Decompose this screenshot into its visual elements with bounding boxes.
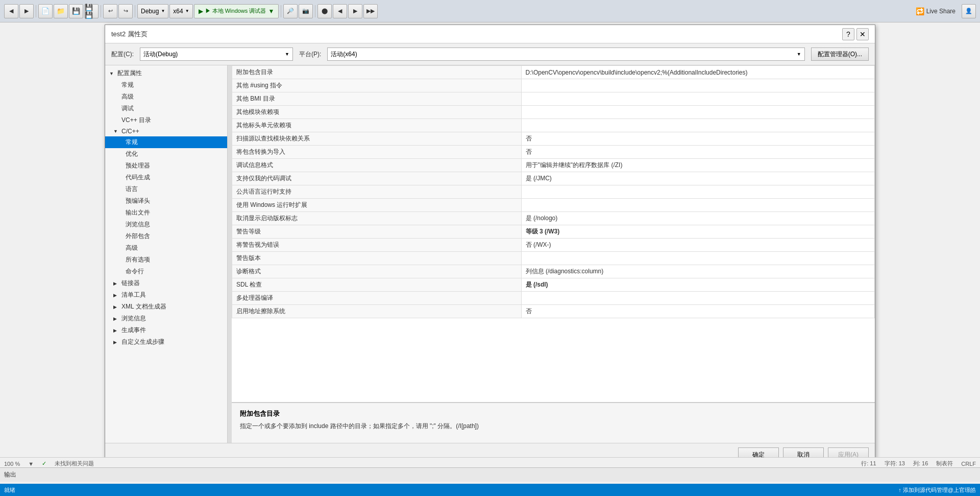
run-button[interactable]: ▶ ▶ 本地 Windows 调试器 ▼ <box>194 4 279 18</box>
undo-button[interactable]: ↩ <box>103 4 117 18</box>
new-file-button[interactable]: 📄 <box>38 4 53 18</box>
tree-item-6[interactable]: 常规 <box>105 136 227 148</box>
tree-item-1[interactable]: 常规 <box>105 79 227 91</box>
tree-item-7[interactable]: 优化 <box>105 148 227 160</box>
prop-value-14 <box>521 252 874 265</box>
screenshot-button[interactable]: 📷 <box>299 4 313 18</box>
prop-row-2[interactable]: 其他 BMI 目录 <box>232 92 875 106</box>
prop-row-9[interactable]: 公共语言运行时支持 <box>232 185 875 199</box>
platform-select[interactable]: 活动(x64) ▼ <box>327 48 804 61</box>
account-button[interactable]: 👤 <box>962 4 976 18</box>
prop-row-13[interactable]: 将警告视为错误否 (/WX-) <box>232 239 875 252</box>
tree-arrow-23: ▶ <box>113 340 119 345</box>
tree-item-8[interactable]: 预处理器 <box>105 160 227 172</box>
tree-arrow-0: ▼ <box>109 71 115 76</box>
prop-value-13: 否 (/WX-) <box>521 239 874 252</box>
debug-btn4[interactable]: ▶▶ <box>363 4 378 18</box>
tree-item-10[interactable]: 语言 <box>105 183 227 195</box>
tree-item-11[interactable]: 预编译头 <box>105 195 227 207</box>
live-share-button[interactable]: 🔁 Live Share <box>912 7 960 15</box>
tree-item-23[interactable]: ▶自定义生成步骤 <box>105 336 227 348</box>
tree-label-0: 配置属性 <box>117 69 142 78</box>
platform-arrow: ▼ <box>185 9 189 13</box>
prop-row-0[interactable]: 附加包含目录D:\OpenCV\opencv\opencv\build\incl… <box>232 66 875 79</box>
prop-row-3[interactable]: 其他模块依赖项 <box>232 106 875 119</box>
prop-value-8: 是 (/JMC) <box>521 172 874 185</box>
tree-item-12[interactable]: 输出文件 <box>105 207 227 219</box>
prop-name-7: 调试信息格式 <box>232 159 522 172</box>
prop-name-16: SDL 检查 <box>232 278 522 292</box>
tree-item-2[interactable]: 高级 <box>105 91 227 103</box>
tree-item-16[interactable]: 所有选项 <box>105 254 227 266</box>
tree-item-22[interactable]: ▶生成事件 <box>105 324 227 336</box>
tree-item-21[interactable]: ▶浏览信息 <box>105 313 227 324</box>
back-button[interactable]: ◀ <box>4 4 18 18</box>
config-select[interactable]: 活动(Debug) ▼ <box>140 48 293 61</box>
char-info: 字符: 13 <box>885 460 905 467</box>
redo-button[interactable]: ↪ <box>118 4 133 18</box>
tree-label-15: 高级 <box>126 244 138 252</box>
status-text: 未找到相关问题 <box>55 460 94 467</box>
prop-row-14[interactable]: 警告版本 <box>232 252 875 265</box>
prop-row-15[interactable]: 诊断格式列信息 (/diagnostics:column) <box>232 265 875 278</box>
prop-value-3 <box>521 106 874 119</box>
forward-button[interactable]: ▶ <box>19 4 34 18</box>
save-button[interactable]: 💾 <box>69 4 83 18</box>
run-icon: ▶ <box>199 8 203 15</box>
tree-item-15[interactable]: 高级 <box>105 242 227 254</box>
tree-item-5[interactable]: ▼C/C++ <box>105 126 227 136</box>
tree-item-14[interactable]: 外部包含 <box>105 230 227 242</box>
debug-config-label: Debug <box>141 8 159 15</box>
config-value: 活动(Debug) <box>143 50 178 59</box>
prop-row-16[interactable]: SDL 检查是 (/sdl) <box>232 278 875 292</box>
config-row: 配置(C): 活动(Debug) ▼ 平台(P): 活动(x64) ▼ 配置管理… <box>105 43 875 65</box>
output-label: 输出 <box>4 470 16 479</box>
close-button[interactable]: ✕ <box>856 28 869 40</box>
prop-row-5[interactable]: 扫描源以查找模块依赖关系否 <box>232 132 875 146</box>
prop-row-8[interactable]: 支持仅我的代码调试是 (/JMC) <box>232 172 875 185</box>
prop-row-6[interactable]: 将包含转换为导入否 <box>232 146 875 159</box>
prop-row-7[interactable]: 调试信息格式用于"编辑并继续"的程序数据库 (/ZI) <box>232 159 875 172</box>
platform-value: 活动(x64) <box>331 50 357 59</box>
splitter[interactable] <box>228 65 232 443</box>
platform-dropdown[interactable]: x64 ▼ <box>169 4 192 18</box>
col-info: 列: 16 <box>913 460 928 467</box>
tree-item-0[interactable]: ▼配置属性 <box>105 67 227 79</box>
tree-item-19[interactable]: ▶清单工具 <box>105 289 227 301</box>
prop-row-17[interactable]: 多处理器编译 <box>232 292 875 305</box>
config-manager-button[interactable]: 配置管理器(O)... <box>811 48 869 61</box>
prop-row-11[interactable]: 取消显示启动版权标志是 (/nologo) <box>232 212 875 225</box>
tree-item-13[interactable]: 浏览信息 <box>105 219 227 230</box>
prop-row-18[interactable]: 启用地址擦除系统否 <box>232 305 875 318</box>
help-button[interactable]: ? <box>842 28 854 40</box>
open-button[interactable]: 📁 <box>54 4 68 18</box>
debug-btn2[interactable]: ◀ <box>333 4 347 18</box>
tree-item-4[interactable]: VC++ 目录 <box>105 114 227 126</box>
debug-config-dropdown[interactable]: Debug ▼ <box>137 4 168 18</box>
tree-item-17[interactable]: 命令行 <box>105 266 227 277</box>
status-check-icon: ✓ <box>42 460 46 467</box>
prop-name-2: 其他 BMI 目录 <box>232 92 522 106</box>
tree-item-9[interactable]: 代码生成 <box>105 172 227 183</box>
prop-name-9: 公共语言运行时支持 <box>232 185 522 199</box>
tree-label-9: 代码生成 <box>126 173 150 182</box>
prop-name-15: 诊断格式 <box>232 265 522 278</box>
tab-info: 制表符 <box>936 460 953 467</box>
prop-value-6: 否 <box>521 146 874 159</box>
tree-label-19: 清单工具 <box>121 291 146 299</box>
prop-row-10[interactable]: 使用 Windows 运行时扩展 <box>232 199 875 212</box>
props-table: 附加包含目录D:\OpenCV\opencv\opencv\build\incl… <box>232 65 875 318</box>
prop-row-4[interactable]: 其他标头单元依赖项 <box>232 119 875 132</box>
tree-item-3[interactable]: 调试 <box>105 103 227 114</box>
tree-item-20[interactable]: ▶XML 文档生成器 <box>105 301 227 313</box>
save-all-button[interactable]: 💾💾 <box>84 4 99 18</box>
prop-value-12: 等级 3 (/W3) <box>521 225 874 239</box>
debug-btn3[interactable]: ▶ <box>348 4 362 18</box>
prop-row-1[interactable]: 其他 #using 指令 <box>232 79 875 92</box>
prop-row-12[interactable]: 警告等级等级 3 (/W3) <box>232 225 875 239</box>
tree-item-18[interactable]: ▶链接器 <box>105 277 227 289</box>
tree-label-1: 常规 <box>121 81 134 89</box>
sep4 <box>281 5 281 17</box>
breakpoint-button[interactable]: ⬤ <box>317 4 332 18</box>
find-button[interactable]: 🔎 <box>283 4 298 18</box>
